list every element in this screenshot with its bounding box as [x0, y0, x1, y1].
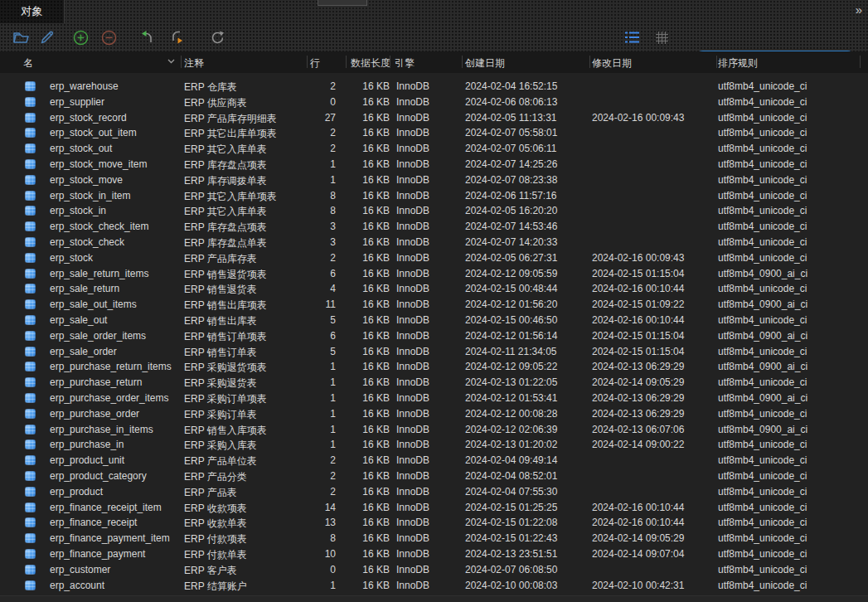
table-row[interactable]: erp_sale_out ERP 销售出库表 5 16 KB InnoDB 20… — [0, 313, 868, 328]
table-row[interactable]: erp_sale_out_items ERP 销售出库项表 11 16 KB I… — [0, 297, 868, 313]
table-rows: 11 — [274, 299, 336, 310]
table-row[interactable]: erp_sale_order ERP 销售订单表 5 16 KB InnoDB … — [0, 344, 868, 360]
table-collation: utf8mb4_unicode_ci — [718, 174, 807, 186]
column-created[interactable]: 创建日期 — [465, 56, 505, 70]
import-wizard-button[interactable] — [138, 29, 156, 46]
table-row[interactable]: erp_product ERP 产品表 2 16 KB InnoDB 2024-… — [0, 484, 868, 500]
table-rows: 3 — [274, 221, 336, 232]
table-row[interactable]: erp_sale_return ERP 销售退货表 4 16 KB InnoDB… — [0, 281, 868, 297]
table-row[interactable]: erp_purchase_return ERP 采购退货表 1 16 KB In… — [0, 375, 868, 391]
table-row[interactable]: erp_stock_move ERP 库存调拨单表 1 16 KB InnoDB… — [0, 172, 868, 188]
table-created: 2024-02-15 01:25:25 — [465, 502, 557, 513]
table-engine: InnoDB — [396, 314, 429, 326]
table-engine: InnoDB — [396, 158, 429, 170]
table-icon — [25, 97, 36, 107]
table-row[interactable]: erp_stock_check ERP 库存盘点单表 3 16 KB InnoD… — [0, 235, 868, 250]
table-name: erp_finance_payment_item — [50, 532, 170, 544]
design-table-button[interactable] — [38, 29, 56, 46]
table-row[interactable]: erp_finance_payment ERP 付款单表 10 16 KB In… — [0, 546, 868, 562]
column-divider[interactable] — [346, 56, 347, 68]
column-name[interactable]: 名 — [23, 56, 33, 70]
column-divider[interactable] — [860, 56, 861, 68]
table-row[interactable]: erp_purchase_in ERP 采购入库表 1 16 KB InnoDB… — [0, 437, 868, 453]
table-modified: 2024-02-13 06:29:29 — [592, 392, 684, 404]
list-view-button[interactable] — [623, 29, 641, 46]
table-created: 2024-02-12 00:08:28 — [465, 408, 557, 420]
table-data-length: 16 KB — [327, 548, 390, 560]
table-icon — [25, 253, 36, 263]
column-collation[interactable]: 排序规则 — [718, 56, 758, 70]
table-row[interactable]: erp_purchase_return_items ERP 采购退货项表 1 1… — [0, 359, 868, 375]
table-row[interactable]: erp_purchase_order ERP 采购订单表 1 16 KB Inn… — [0, 406, 868, 422]
table-icon — [25, 471, 36, 481]
status-bar — [0, 595, 868, 602]
open-table-button[interactable] — [12, 29, 31, 46]
table-row[interactable]: erp_finance_payment_item ERP 付款项表 8 16 K… — [0, 531, 868, 546]
table-row[interactable]: erp_account ERP 结算账户 1 16 KB InnoDB 2024… — [0, 578, 868, 594]
table-rows: 1 — [274, 376, 336, 388]
table-row[interactable]: erp_stock_record ERP 产品库存明细表 27 16 KB In… — [0, 110, 868, 126]
table-row[interactable]: erp_sale_return_items ERP 销售退货项表 6 16 KB… — [0, 266, 868, 282]
table-row[interactable]: erp_finance_receipt_item ERP 收款项表 14 16 … — [0, 500, 868, 516]
table-row[interactable]: erp_stock_move_item ERP 库存盘点项表 1 16 KB I… — [0, 157, 868, 172]
table-engine: InnoDB — [396, 252, 429, 264]
table-row[interactable]: erp_sale_order_items ERP 销售订单项表 6 16 KB … — [0, 328, 868, 344]
delete-table-button[interactable] — [99, 29, 118, 46]
table-engine: InnoDB — [396, 517, 429, 528]
export-wizard-button[interactable] — [168, 29, 187, 46]
table-modified: 2024-02-16 00:10:44 — [592, 283, 684, 294]
table-comment: ERP 销售入库项表 — [184, 424, 267, 438]
tab-overflow-chevron-icon[interactable]: » — [856, 2, 861, 17]
table-collation: utf8mb4_0900_ai_ci — [718, 392, 807, 404]
new-table-button[interactable] — [71, 29, 90, 46]
table-rows: 1 — [274, 361, 336, 372]
table-row[interactable]: erp_stock_check_item ERP 库存盘点项表 3 16 KB … — [0, 219, 868, 235]
table-data-length: 16 KB — [327, 580, 390, 591]
table-created: 2024-02-04 08:52:01 — [465, 470, 557, 482]
table-row[interactable]: erp_customer ERP 客户表 0 16 KB InnoDB 2024… — [0, 562, 868, 578]
column-engine[interactable]: 引擎 — [395, 56, 415, 70]
table-comment: ERP 其它入库单表 — [184, 205, 267, 219]
table-row[interactable]: erp_supplier ERP 供应商表 0 16 KB InnoDB 202… — [0, 95, 868, 110]
grid-view-icon — [656, 32, 668, 44]
table-icon — [25, 206, 36, 216]
table-rows: 2 — [274, 470, 336, 482]
column-divider[interactable] — [181, 56, 182, 68]
column-modified[interactable]: 修改日期 — [592, 56, 632, 70]
table-name: erp_sale_out_items — [50, 299, 137, 310]
table-row[interactable]: erp_finance_receipt ERP 收款单表 13 16 KB In… — [0, 515, 868, 531]
table-data-length: 16 KB — [327, 96, 390, 108]
table-rows: 14 — [274, 502, 336, 513]
table-rows: 4 — [274, 283, 336, 294]
table-row[interactable]: erp_stock_out ERP 其它入库单表 2 16 KB InnoDB … — [0, 141, 868, 157]
table-data-length: 16 KB — [327, 376, 390, 388]
table-row[interactable]: erp_stock_in_item ERP 其它入库单项表 8 16 KB In… — [0, 188, 868, 204]
table-row[interactable]: erp_purchase_order_items ERP 采购订单项表 1 16… — [0, 391, 868, 406]
table-row[interactable]: erp_purchase_in_items ERP 销售入库项表 1 16 KB… — [0, 422, 868, 438]
table-row[interactable]: erp_product_category ERP 产品分类 2 16 KB In… — [0, 468, 868, 484]
column-divider[interactable] — [589, 56, 590, 68]
toolbar: × — [0, 23, 868, 52]
refresh-button[interactable] — [208, 29, 226, 46]
table-collation: utf8mb4_unicode_ci — [718, 470, 807, 482]
table-data-length: 16 KB — [327, 454, 390, 466]
table-row[interactable]: erp_product_unit ERP 产品单位表 2 16 KB InnoD… — [0, 453, 868, 468]
column-divider[interactable] — [716, 56, 717, 68]
column-divider[interactable] — [390, 56, 390, 68]
tab-objects[interactable]: 对象 — [0, 0, 65, 23]
grid-view-button[interactable] — [652, 29, 671, 46]
table-collation: utf8mb4_0900_ai_ci — [718, 330, 807, 342]
table-icon — [25, 315, 36, 325]
table-engine: InnoDB — [396, 330, 429, 342]
column-divider[interactable] — [307, 56, 308, 68]
column-comment[interactable]: 注释 — [184, 56, 204, 70]
column-divider[interactable] — [462, 56, 463, 68]
table-row[interactable]: erp_stock_out_item ERP 其它出库单项表 2 16 KB I… — [0, 125, 868, 141]
table-row[interactable]: erp_warehouse ERP 仓库表 2 16 KB InnoDB 202… — [0, 79, 868, 95]
table-data-length: 16 KB — [327, 127, 390, 138]
table-row[interactable]: erp_stock ERP 产品库存表 2 16 KB InnoDB 2024-… — [0, 250, 868, 266]
column-rows[interactable]: 行 — [310, 56, 320, 70]
table-row[interactable]: erp_stock_in ERP 其它入库单表 8 16 KB InnoDB 2… — [0, 203, 868, 219]
column-data-length[interactable]: 数据长度 — [351, 56, 390, 70]
table-name: erp_purchase_in_items — [50, 424, 153, 435]
